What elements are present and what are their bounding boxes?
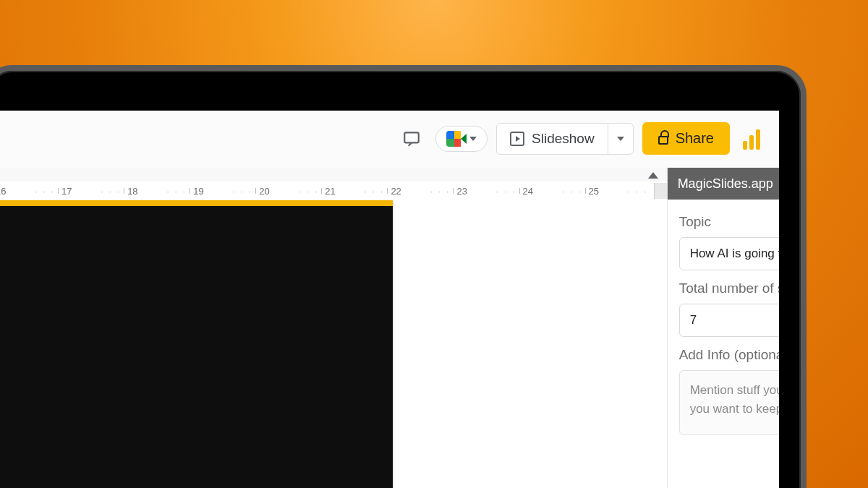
ruler-mark: 19 [190, 186, 229, 197]
canvas-area [0, 200, 667, 488]
play-icon [510, 132, 524, 146]
google-meet-icon [446, 131, 465, 147]
meet-button[interactable] [435, 126, 488, 152]
panel-body: Topic Total number of slides Add Info (o… [668, 200, 779, 442]
slideshow-button[interactable]: Slideshow [497, 124, 608, 154]
chevron-down-icon [469, 137, 477, 141]
add-info-textarea[interactable]: Mention stuff you want to include in sli… [679, 370, 779, 435]
share-button[interactable]: Share [642, 122, 730, 155]
ruler-mark: 25 [585, 186, 625, 197]
share-label: Share [676, 130, 714, 147]
collapse-toolbar[interactable] [0, 168, 667, 181]
comments-icon[interactable] [396, 124, 427, 154]
ruler-mark: 16 [0, 186, 32, 197]
svg-rect-0 [404, 132, 419, 142]
laptop-frame: Slideshow Share 16· · ·17· · ·18· · ·19·… [0, 65, 807, 488]
add-info-label: Add Info (optional) [679, 347, 779, 363]
ruler-mark: 18 [124, 186, 163, 197]
addon-panel: MagicSlides.app ✕ Topic Total number of … [667, 168, 779, 488]
ruler-mark: 17 [58, 186, 98, 197]
brand-icon[interactable] [739, 124, 769, 154]
panel-header: MagicSlides.app ✕ [668, 168, 779, 200]
chevron-down-icon [617, 137, 624, 141]
app-screen: Slideshow Share 16· · ·17· · ·18· · ·19·… [0, 111, 779, 488]
ruler-mark: 22 [387, 186, 427, 197]
bars-icon [743, 128, 765, 150]
slide-preview[interactable] [0, 200, 393, 488]
main-area: 16· · ·17· · ·18· · ·19· · ·20· · ·21· ·… [0, 168, 667, 488]
top-toolbar: Slideshow Share [0, 111, 779, 168]
chevron-up-icon [648, 172, 658, 179]
content-row: 16· · ·17· · ·18· · ·19· · ·20· · ·21· ·… [0, 168, 779, 488]
slides-count-label: Total number of slides [679, 281, 779, 296]
slides-count-input[interactable] [679, 304, 779, 337]
horizontal-ruler: 16· · ·17· · ·18· · ·19· · ·20· · ·21· ·… [0, 181, 667, 200]
lock-icon [658, 136, 668, 145]
ruler-mark: 21 [321, 186, 361, 197]
slideshow-label: Slideshow [532, 131, 595, 147]
topic-label: Topic [679, 214, 779, 230]
ruler-mark: 24 [519, 186, 559, 197]
ruler-mark: 23 [453, 186, 493, 197]
topic-input[interactable] [679, 237, 779, 270]
slideshow-dropdown[interactable] [608, 124, 633, 154]
panel-title: MagicSlides.app [678, 176, 773, 192]
slideshow-button-group: Slideshow [496, 123, 634, 155]
ruler-mark: 20 [255, 186, 295, 197]
